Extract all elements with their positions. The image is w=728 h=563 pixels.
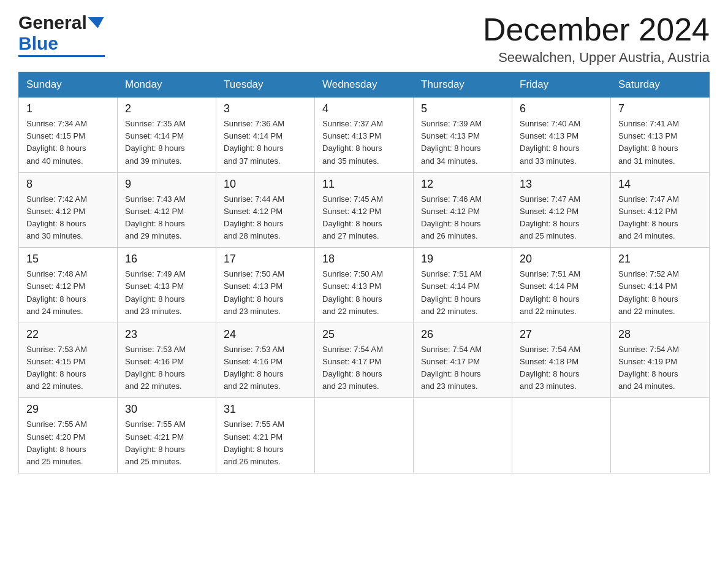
calendar-cell: 2 Sunrise: 7:35 AMSunset: 4:14 PMDayligh… <box>118 98 216 173</box>
day-number: 6 <box>520 102 603 115</box>
calendar-cell: 15 Sunrise: 7:48 AMSunset: 4:12 PMDaylig… <box>19 248 118 323</box>
day-info: Sunrise: 7:53 AMSunset: 4:16 PMDaylight:… <box>125 345 186 391</box>
day-number: 3 <box>224 102 307 115</box>
calendar-week-row: 22 Sunrise: 7:53 AMSunset: 4:15 PMDaylig… <box>19 323 710 398</box>
calendar-cell: 17 Sunrise: 7:50 AMSunset: 4:13 PMDaylig… <box>216 248 315 323</box>
calendar-cell: 30 Sunrise: 7:55 AMSunset: 4:21 PMDaylig… <box>118 398 216 473</box>
day-info: Sunrise: 7:55 AMSunset: 4:21 PMDaylight:… <box>125 419 186 465</box>
calendar-cell: 4 Sunrise: 7:37 AMSunset: 4:13 PMDayligh… <box>315 98 414 173</box>
calendar-cell: 25 Sunrise: 7:54 AMSunset: 4:17 PMDaylig… <box>315 323 414 398</box>
calendar-cell: 16 Sunrise: 7:49 AMSunset: 4:13 PMDaylig… <box>118 248 216 323</box>
calendar-cell: 9 Sunrise: 7:43 AMSunset: 4:12 PMDayligh… <box>118 172 216 248</box>
day-number: 24 <box>224 328 307 341</box>
day-info: Sunrise: 7:39 AMSunset: 4:13 PMDaylight:… <box>421 119 482 165</box>
day-number: 28 <box>618 328 702 341</box>
day-info: Sunrise: 7:51 AMSunset: 4:14 PMDaylight:… <box>421 269 482 315</box>
calendar-cell: 18 Sunrise: 7:50 AMSunset: 4:13 PMDaylig… <box>315 248 414 323</box>
day-info: Sunrise: 7:37 AMSunset: 4:13 PMDaylight:… <box>322 119 383 165</box>
day-number: 15 <box>26 253 110 266</box>
day-info: Sunrise: 7:53 AMSunset: 4:16 PMDaylight:… <box>224 345 284 391</box>
day-number: 11 <box>322 178 406 191</box>
day-number: 21 <box>618 253 702 266</box>
calendar-cell: 23 Sunrise: 7:53 AMSunset: 4:16 PMDaylig… <box>118 323 216 398</box>
day-info: Sunrise: 7:44 AMSunset: 4:12 PMDaylight:… <box>224 194 284 240</box>
calendar-cell: 14 Sunrise: 7:47 AMSunset: 4:12 PMDaylig… <box>611 172 710 248</box>
calendar-cell: 5 Sunrise: 7:39 AMSunset: 4:13 PMDayligh… <box>414 98 512 173</box>
calendar-cell: 31 Sunrise: 7:55 AMSunset: 4:21 PMDaylig… <box>216 398 315 473</box>
weekday-header-monday: Monday <box>118 72 216 98</box>
calendar-cell: 21 Sunrise: 7:52 AMSunset: 4:14 PMDaylig… <box>611 248 710 323</box>
day-info: Sunrise: 7:47 AMSunset: 4:12 PMDaylight:… <box>618 194 679 240</box>
title-area: December 2024 Seewalchen, Upper Austria,… <box>483 12 710 66</box>
calendar-cell: 1 Sunrise: 7:34 AMSunset: 4:15 PMDayligh… <box>19 98 118 173</box>
calendar-cell <box>611 398 710 473</box>
day-number: 14 <box>618 178 702 191</box>
weekday-header-tuesday: Tuesday <box>216 72 315 98</box>
page-header: General Blue December 2024 Seewalchen, U… <box>18 12 710 66</box>
calendar-cell: 7 Sunrise: 7:41 AMSunset: 4:13 PMDayligh… <box>611 98 710 173</box>
day-info: Sunrise: 7:42 AMSunset: 4:12 PMDaylight:… <box>26 194 87 240</box>
calendar-cell: 22 Sunrise: 7:53 AMSunset: 4:15 PMDaylig… <box>19 323 118 398</box>
day-info: Sunrise: 7:51 AMSunset: 4:14 PMDaylight:… <box>520 269 580 315</box>
day-info: Sunrise: 7:54 AMSunset: 4:17 PMDaylight:… <box>421 345 482 391</box>
weekday-header-saturday: Saturday <box>611 72 710 98</box>
day-info: Sunrise: 7:54 AMSunset: 4:17 PMDaylight:… <box>322 345 383 391</box>
calendar-cell: 27 Sunrise: 7:54 AMSunset: 4:18 PMDaylig… <box>512 323 611 398</box>
day-info: Sunrise: 7:45 AMSunset: 4:12 PMDaylight:… <box>322 194 383 240</box>
day-number: 26 <box>421 328 504 341</box>
calendar-cell: 26 Sunrise: 7:54 AMSunset: 4:17 PMDaylig… <box>414 323 512 398</box>
day-info: Sunrise: 7:43 AMSunset: 4:12 PMDaylight:… <box>125 194 186 240</box>
calendar-cell: 20 Sunrise: 7:51 AMSunset: 4:14 PMDaylig… <box>512 248 611 323</box>
calendar-cell <box>512 398 611 473</box>
day-info: Sunrise: 7:54 AMSunset: 4:18 PMDaylight:… <box>520 345 580 391</box>
calendar-cell: 13 Sunrise: 7:47 AMSunset: 4:12 PMDaylig… <box>512 172 611 248</box>
calendar-cell <box>315 398 414 473</box>
day-info: Sunrise: 7:50 AMSunset: 4:13 PMDaylight:… <box>224 269 284 315</box>
day-info: Sunrise: 7:41 AMSunset: 4:13 PMDaylight:… <box>618 119 679 165</box>
day-number: 25 <box>322 328 406 341</box>
day-info: Sunrise: 7:52 AMSunset: 4:14 PMDaylight:… <box>618 269 679 315</box>
logo-underline <box>18 55 105 57</box>
day-info: Sunrise: 7:50 AMSunset: 4:13 PMDaylight:… <box>322 269 383 315</box>
day-number: 20 <box>520 253 603 266</box>
calendar-cell: 12 Sunrise: 7:46 AMSunset: 4:12 PMDaylig… <box>414 172 512 248</box>
day-number: 13 <box>520 178 603 191</box>
day-info: Sunrise: 7:40 AMSunset: 4:13 PMDaylight:… <box>520 119 580 165</box>
calendar-week-row: 8 Sunrise: 7:42 AMSunset: 4:12 PMDayligh… <box>19 172 710 248</box>
day-number: 30 <box>125 403 208 416</box>
calendar-cell: 28 Sunrise: 7:54 AMSunset: 4:19 PMDaylig… <box>611 323 710 398</box>
day-number: 4 <box>322 102 406 115</box>
weekday-header-sunday: Sunday <box>19 72 118 98</box>
day-number: 5 <box>421 102 504 115</box>
day-number: 18 <box>322 253 406 266</box>
day-number: 10 <box>224 178 307 191</box>
logo-blue-text: Blue <box>18 33 58 54</box>
calendar-week-row: 29 Sunrise: 7:55 AMSunset: 4:20 PMDaylig… <box>19 398 710 473</box>
calendar-table: SundayMondayTuesdayWednesdayThursdayFrid… <box>18 72 710 473</box>
day-info: Sunrise: 7:55 AMSunset: 4:21 PMDaylight:… <box>224 419 284 465</box>
day-number: 12 <box>421 178 504 191</box>
day-number: 29 <box>26 403 110 416</box>
day-number: 9 <box>125 178 208 191</box>
day-info: Sunrise: 7:34 AMSunset: 4:15 PMDaylight:… <box>26 119 87 165</box>
day-info: Sunrise: 7:36 AMSunset: 4:14 PMDaylight:… <box>224 119 284 165</box>
day-number: 2 <box>125 102 208 115</box>
month-title: December 2024 <box>483 12 710 47</box>
weekday-header-friday: Friday <box>512 72 611 98</box>
day-number: 22 <box>26 328 110 341</box>
day-info: Sunrise: 7:55 AMSunset: 4:20 PMDaylight:… <box>26 419 87 465</box>
logo-general-text: General <box>18 12 87 33</box>
day-number: 7 <box>618 102 702 115</box>
day-number: 23 <box>125 328 208 341</box>
calendar-cell: 10 Sunrise: 7:44 AMSunset: 4:12 PMDaylig… <box>216 172 315 248</box>
calendar-cell: 24 Sunrise: 7:53 AMSunset: 4:16 PMDaylig… <box>216 323 315 398</box>
calendar-cell: 8 Sunrise: 7:42 AMSunset: 4:12 PMDayligh… <box>19 172 118 248</box>
logo: General Blue <box>18 12 105 57</box>
day-info: Sunrise: 7:35 AMSunset: 4:14 PMDaylight:… <box>125 119 186 165</box>
calendar-cell: 29 Sunrise: 7:55 AMSunset: 4:20 PMDaylig… <box>19 398 118 473</box>
day-info: Sunrise: 7:48 AMSunset: 4:12 PMDaylight:… <box>26 269 87 315</box>
day-number: 16 <box>125 253 208 266</box>
calendar-cell: 19 Sunrise: 7:51 AMSunset: 4:14 PMDaylig… <box>414 248 512 323</box>
weekday-header-row: SundayMondayTuesdayWednesdayThursdayFrid… <box>19 72 710 98</box>
day-info: Sunrise: 7:46 AMSunset: 4:12 PMDaylight:… <box>421 194 482 240</box>
